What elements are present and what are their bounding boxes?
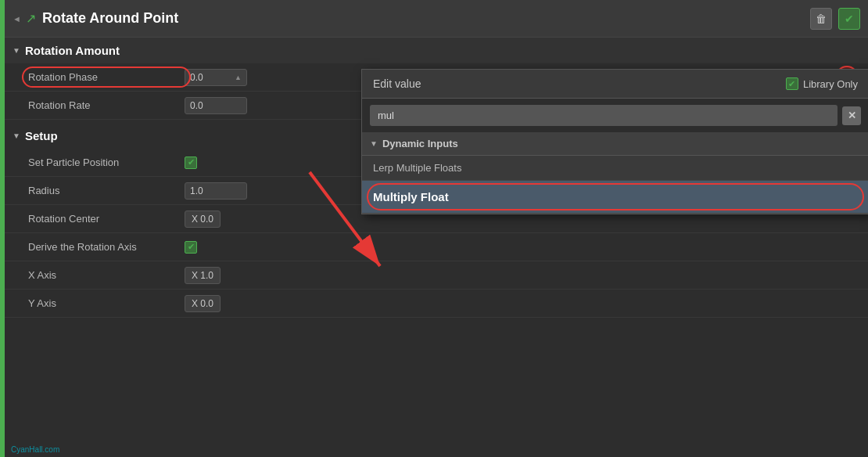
watermark: CyanHall.com xyxy=(11,445,59,454)
y-axis-row: Y Axis X 0.0 xyxy=(5,290,868,318)
library-only-label: Library Only xyxy=(803,78,858,90)
set-particle-position-label: Set Particle Position xyxy=(28,157,185,168)
derive-rotation-axis-checkbox[interactable]: ✔ xyxy=(185,241,197,254)
clear-search-button[interactable]: ✕ xyxy=(842,106,861,125)
rotation-amount-section: ▼ Rotation Amount xyxy=(5,38,868,63)
header-actions: 🗑 ✔ xyxy=(810,8,860,30)
confirm-button[interactable]: ✔ xyxy=(838,8,860,30)
rotation-rate-value[interactable]: 0.0 xyxy=(185,97,247,114)
rotation-phase-label: Rotation Phase xyxy=(28,71,185,83)
green-arrow-icon: ↗ xyxy=(26,11,36,26)
x-axis-row: X Axis X 1.0 xyxy=(5,261,868,290)
derive-rotation-axis-label: Derive the Rotation Axis xyxy=(28,241,185,253)
setup-collapse-arrow[interactable]: ▼ xyxy=(13,131,20,140)
delete-button[interactable]: 🗑 xyxy=(810,8,832,30)
module-header: ◄ ↗ Rotate Around Point 🗑 ✔ xyxy=(5,0,868,38)
value-arrow-icon: ▲ xyxy=(235,74,242,81)
dynamic-inputs-arrow[interactable]: ▼ xyxy=(370,139,378,148)
rotation-center-value[interactable]: X 0.0 xyxy=(185,211,221,228)
search-input[interactable] xyxy=(370,105,838,126)
edit-value-dropdown: Edit value ✔ Library Only ✕ ▼ Dynamic In… xyxy=(361,69,868,214)
content-area: ◄ ↗ Rotate Around Point 🗑 ✔ ▼ Rotation A… xyxy=(5,0,868,457)
rotation-amount-title: Rotation Amount xyxy=(25,44,120,57)
setup-title: Setup xyxy=(25,129,58,142)
section-collapse-arrow[interactable]: ▼ xyxy=(13,46,20,55)
y-axis-value[interactable]: X 0.0 xyxy=(185,295,221,312)
collapse-arrow[interactable]: ◄ xyxy=(13,14,21,23)
rotation-center-label: Rotation Center xyxy=(28,213,185,225)
search-row: ✕ xyxy=(362,99,868,132)
x-axis-label: X Axis xyxy=(28,269,185,281)
set-particle-position-checkbox[interactable]: ✔ xyxy=(185,157,197,169)
radius-value[interactable]: 1.0 xyxy=(185,182,247,200)
x-axis-value[interactable]: X 1.0 xyxy=(185,267,221,284)
lerp-multiple-floats-item[interactable]: Lerp Multiple Floats xyxy=(362,156,868,181)
library-only-wrap: ✔ Library Only xyxy=(786,77,858,90)
library-only-checkbox[interactable]: ✔ xyxy=(786,77,798,90)
main-panel: ◄ ↗ Rotate Around Point 🗑 ✔ ▼ Rotation A… xyxy=(0,0,868,457)
edit-value-label: Edit value xyxy=(373,77,786,90)
rotation-rate-label: Rotation Rate xyxy=(28,99,185,111)
module-title: Rotate Around Point xyxy=(42,10,810,27)
dynamic-inputs-header: ▼ Dynamic Inputs xyxy=(362,132,868,156)
y-axis-label: Y Axis xyxy=(28,297,185,309)
dynamic-inputs-label: Dynamic Inputs xyxy=(382,138,458,149)
rotation-phase-value[interactable]: 0.0 ▲ xyxy=(185,69,247,86)
radius-label: Radius xyxy=(28,185,185,196)
derive-rotation-axis-row: Derive the Rotation Axis ✔ xyxy=(5,233,868,261)
multiply-float-item[interactable]: Multiply Float xyxy=(362,181,868,214)
dropdown-header: Edit value ✔ Library Only xyxy=(362,70,868,99)
